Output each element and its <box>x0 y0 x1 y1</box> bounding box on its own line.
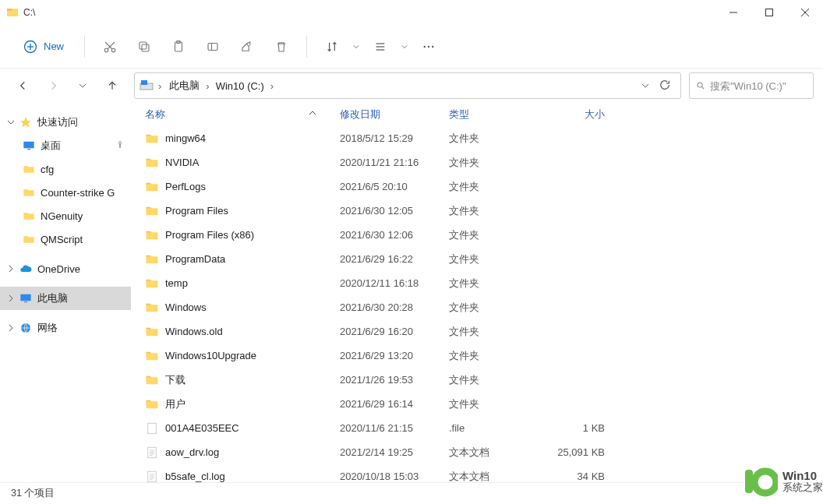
explorer-icon <box>6 6 19 19</box>
file-name: Program Files (x86) <box>165 229 254 241</box>
folder-icon <box>145 301 159 315</box>
file-name: 用户 <box>165 397 185 411</box>
svg-rect-36 <box>20 294 30 301</box>
breadcrumb-item-drive[interactable]: Win10 (C:) <box>213 79 267 93</box>
sidebar-item-cfg[interactable]: cfg <box>0 157 131 181</box>
address-dropdown[interactable] <box>641 80 649 92</box>
new-button[interactable]: New <box>12 31 75 62</box>
file-row[interactable]: Windows10Upgrade2021/6/29 13:20文件夹 <box>131 344 823 368</box>
svg-rect-26 <box>141 80 147 85</box>
file-size: 1 KB <box>542 422 605 434</box>
paste-button[interactable] <box>163 31 194 62</box>
recent-dropdown[interactable] <box>69 72 97 100</box>
folder-icon <box>145 277 159 291</box>
svg-rect-3 <box>766 9 773 16</box>
back-button[interactable] <box>9 72 37 100</box>
file-date: 2021/6/30 12:06 <box>340 229 449 241</box>
sidebar-item-onedrive[interactable]: OneDrive <box>0 257 131 280</box>
file-row[interactable]: aow_drv.log2021/2/14 19:25文本文档25,091 KB <box>131 440 823 464</box>
share-button[interactable] <box>231 31 263 62</box>
sidebar-item-network[interactable]: 网络 <box>0 316 131 340</box>
svg-marker-44 <box>147 184 158 191</box>
folder-icon <box>145 397 159 411</box>
file-icon <box>145 421 159 435</box>
sidebar-item-cs[interactable]: Counter-strike G <box>0 181 131 204</box>
sidebar-item-label: QMScript <box>41 234 83 245</box>
file-type: 文件夹 <box>449 373 542 387</box>
column-header-type[interactable]: 类型 <box>449 108 542 122</box>
file-type: 文件夹 <box>449 397 542 411</box>
search-input[interactable] <box>710 80 807 92</box>
svg-rect-63 <box>148 423 157 434</box>
file-date: 2021/6/5 20:10 <box>340 181 449 192</box>
svg-marker-48 <box>147 232 158 239</box>
file-name: b5safe_cl.log <box>165 471 225 482</box>
chevron-right-icon <box>5 294 17 302</box>
file-row[interactable]: mingw642018/5/12 15:29文件夹 <box>131 126 823 150</box>
file-row[interactable]: 用户2021/6/29 16:14文件夹 <box>131 392 823 416</box>
file-type: 文件夹 <box>449 301 542 315</box>
window-controls <box>715 0 823 25</box>
sidebar-item-label: cfg <box>41 164 54 175</box>
file-row[interactable]: Windows.old2021/6/29 16:20文件夹 <box>131 319 823 344</box>
column-headers: 名称 修改日期 类型 大小 <box>131 103 823 126</box>
sidebar-item-thispc[interactable]: 此电脑 <box>0 287 131 310</box>
chevron-down-icon <box>5 118 17 126</box>
file-row[interactable]: 下载2021/1/26 19:53文件夹 <box>131 368 823 392</box>
file-date: 2021/6/30 12:05 <box>340 205 449 217</box>
svg-rect-76 <box>761 478 765 481</box>
svg-rect-13 <box>142 44 149 51</box>
watermark-logo-icon <box>742 463 778 499</box>
sort-dropdown[interactable] <box>351 44 362 50</box>
sidebar-item-ngenuity[interactable]: NGenuity <box>0 204 131 227</box>
copy-button[interactable] <box>129 31 160 62</box>
file-row[interactable]: Program Files2021/6/30 12:05文件夹 <box>131 199 823 223</box>
column-header-size[interactable]: 大小 <box>542 108 605 122</box>
delete-button[interactable] <box>266 31 297 62</box>
folder-icon <box>145 349 159 363</box>
file-row[interactable]: NVIDIA2020/11/21 21:16文件夹 <box>131 150 823 174</box>
maximize-button[interactable] <box>751 0 787 25</box>
up-button[interactable] <box>98 72 126 100</box>
file-row[interactable]: temp2020/12/11 16:18文件夹 <box>131 271 823 295</box>
toolbar-separator <box>84 36 85 58</box>
file-type: 文本文档 <box>449 446 542 460</box>
file-date: 2020/10/18 15:03 <box>340 471 449 482</box>
close-button[interactable] <box>787 0 823 25</box>
svg-rect-1 <box>7 9 12 11</box>
forward-button[interactable] <box>39 72 67 100</box>
titlebar: C:\ <box>0 0 823 25</box>
sidebar-item-label: 网络 <box>37 321 58 335</box>
column-header-date[interactable]: 修改日期 <box>340 108 449 122</box>
file-row[interactable]: b5safe_cl.log2020/10/18 15:03文本文档34 KB <box>131 464 823 482</box>
folder-icon <box>145 228 159 242</box>
breadcrumb-item-thispc[interactable]: 此电脑 <box>166 77 203 94</box>
more-button[interactable] <box>413 31 444 62</box>
sidebar-item-qmscript[interactable]: QMScript <box>0 227 131 251</box>
sort-button[interactable] <box>316 31 348 62</box>
search-box[interactable] <box>689 72 814 99</box>
status-bar: 31 个项目 <box>0 482 823 504</box>
folder-icon <box>145 252 159 266</box>
column-header-name[interactable]: 名称 <box>145 108 340 122</box>
minimize-button[interactable] <box>715 0 751 25</box>
file-row[interactable]: Program Files (x86)2021/6/30 12:06文件夹 <box>131 223 823 247</box>
refresh-button[interactable] <box>659 79 671 93</box>
sidebar-item-desktop[interactable]: 桌面 <box>0 134 131 157</box>
file-name: PerfLogs <box>165 181 206 192</box>
file-row[interactable]: PerfLogs2021/6/5 20:10文件夹 <box>131 174 823 199</box>
view-dropdown[interactable] <box>399 44 410 50</box>
cut-button[interactable] <box>94 31 125 62</box>
file-date: 2021/6/29 16:20 <box>340 326 449 337</box>
svg-rect-30 <box>23 142 34 149</box>
sidebar-item-quickaccess[interactable]: 快速访问 <box>0 111 131 134</box>
sidebar-item-label: NGenuity <box>41 210 83 222</box>
file-row[interactable]: ProgramData2021/6/29 16:22文件夹 <box>131 247 823 271</box>
navigation-row: › 此电脑 › Win10 (C:) › <box>0 69 823 103</box>
address-bar[interactable]: › 此电脑 › Win10 (C:) › <box>134 72 681 99</box>
rename-button[interactable] <box>197 31 228 62</box>
file-row[interactable]: 001A4E035EEC2020/11/6 21:15.file1 KB <box>131 416 823 440</box>
svg-point-22 <box>424 45 426 47</box>
file-row[interactable]: Windows2021/6/30 20:28文件夹 <box>131 295 823 319</box>
view-button[interactable] <box>365 31 396 62</box>
